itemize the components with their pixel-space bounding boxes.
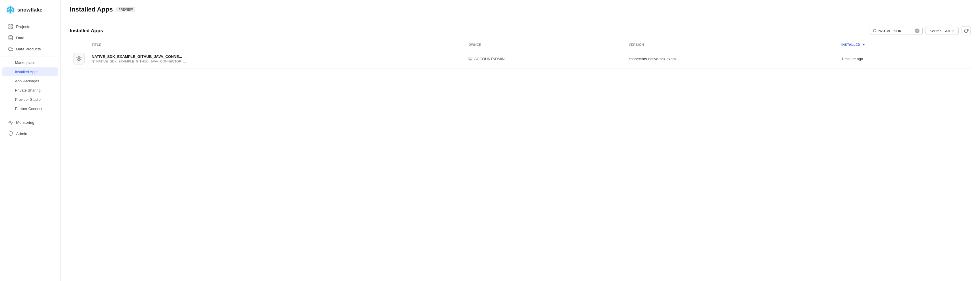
sidebar-item-label: Admin	[16, 132, 27, 136]
installed-time: 1 minute ago	[842, 57, 863, 61]
installed-apps-table: TITLE OWNER VERSION INSTALLED ▼	[70, 41, 971, 69]
sidebar-item-label: Projects	[16, 24, 30, 29]
sidebar: snowflake Projects Data Data Products Ma…	[0, 0, 60, 281]
svg-rect-33	[469, 57, 473, 60]
chevron-down-icon	[951, 29, 955, 33]
cloud-icon	[8, 46, 13, 52]
sidebar-item-marketplace[interactable]: Marketplace	[2, 58, 58, 67]
divider-2	[0, 115, 60, 115]
svg-rect-18	[11, 27, 13, 29]
sidebar-sub-label: Private Sharing	[15, 88, 41, 92]
app-title-sub-text: NATIVE_SDK_EXAMPLE_GITHUB_JAVA_CONNECTOR…	[96, 60, 186, 63]
owner-name: ACCOUNTADMIN	[474, 57, 504, 61]
section-controls: ✕ Source All	[870, 26, 971, 35]
col-installed-label: INSTALLED	[842, 43, 860, 46]
col-owner-label: OWNER	[468, 43, 481, 46]
sort-arrow-icon: ▼	[862, 43, 865, 46]
col-installed[interactable]: INSTALLED ▼	[838, 41, 953, 49]
sidebar-item-monitoring[interactable]: Monitoring	[2, 117, 58, 128]
svg-point-20	[9, 36, 13, 37]
app-actions-cell: ···	[953, 49, 971, 69]
sidebar-item-label: Data	[16, 36, 24, 40]
sidebar-item-app-packages[interactable]: App Packages	[2, 76, 58, 86]
section-title: Installed Apps	[70, 28, 103, 34]
page-title: Installed Apps	[70, 6, 113, 13]
data-icon	[8, 35, 13, 40]
app-icon-cell	[70, 49, 88, 69]
sidebar-item-label: Monitoring	[16, 120, 34, 125]
sidebar-item-label: Data Products	[16, 47, 41, 51]
projects-icon	[8, 24, 13, 29]
main-nav: Projects Data Data Products Marketplace …	[0, 19, 60, 141]
table-header: TITLE OWNER VERSION INSTALLED ▼	[70, 41, 971, 49]
search-icon	[873, 29, 877, 33]
col-version-label: VERSION	[628, 43, 644, 46]
sidebar-item-private-sharing[interactable]: Private Sharing	[2, 86, 58, 95]
monitoring-icon	[8, 120, 13, 125]
admin-icon	[8, 131, 13, 136]
page-body: Installed Apps ✕ Source All	[60, 18, 980, 281]
sidebar-item-provider-studio[interactable]: Provider Studio	[2, 95, 58, 104]
table-body: NATIVE_SDK_EXAMPLE_GITHUB_JAVA_CONNE... …	[70, 49, 971, 69]
source-value: All	[945, 29, 950, 33]
app-installed-cell: 1 minute ago	[838, 49, 953, 69]
col-title: TITLE	[88, 41, 465, 49]
sidebar-item-data-products[interactable]: Data Products	[2, 43, 58, 54]
sidebar-sub-label: App Packages	[15, 79, 39, 83]
col-title-label: TITLE	[92, 43, 101, 46]
brand-name: snowflake	[17, 7, 42, 13]
sidebar-item-projects[interactable]: Projects	[2, 21, 58, 32]
search-box[interactable]: ✕	[870, 27, 923, 35]
owner-icon	[468, 57, 473, 61]
sidebar-sub-label: Provider Studio	[15, 97, 41, 102]
refresh-icon	[964, 29, 969, 33]
search-input[interactable]	[878, 29, 913, 33]
app-title-sub: NATIVE_SDK_EXAMPLE_GITHUB_JAVA_CONNECTOR…	[92, 60, 461, 63]
source-button[interactable]: Source All	[926, 27, 959, 35]
page-header: Installed Apps PREVIEW	[60, 0, 980, 18]
sidebar-item-partner-connect[interactable]: Partner Connect	[2, 104, 58, 113]
svg-rect-16	[9, 24, 10, 26]
app-snowflake-icon	[76, 56, 82, 62]
col-actions	[953, 41, 971, 49]
sidebar-sub-label: Marketplace	[15, 60, 35, 65]
sidebar-sub-label: Installed Apps	[15, 70, 38, 74]
main-content: Installed Apps PREVIEW Installed Apps ✕ …	[60, 0, 980, 281]
table-row: NATIVE_SDK_EXAMPLE_GITHUB_JAVA_CONNE... …	[70, 49, 971, 69]
sidebar-item-admin[interactable]: Admin	[2, 128, 58, 139]
source-label: Source	[930, 29, 942, 33]
sidebar-item-data[interactable]: Data	[2, 32, 58, 43]
version-text: connectors-native-sdk-exam...	[628, 57, 679, 61]
section-header: Installed Apps ✕ Source All	[70, 26, 971, 35]
refresh-button[interactable]	[962, 26, 971, 35]
owner-cell: ACCOUNTADMIN	[468, 57, 622, 61]
more-options-button[interactable]: ···	[957, 55, 967, 63]
svg-rect-19	[9, 27, 10, 29]
col-owner: OWNER	[465, 41, 625, 49]
col-icon	[70, 41, 88, 49]
sidebar-sub-label: Partner Connect	[15, 106, 42, 111]
col-version: VERSION	[625, 41, 838, 49]
svg-line-22	[875, 32, 876, 33]
snowflake-logo-icon	[6, 5, 15, 14]
sidebar-item-installed-apps[interactable]: Installed Apps	[2, 67, 58, 76]
search-clear-button[interactable]: ✕	[915, 29, 920, 33]
app-title-main: NATIVE_SDK_EXAMPLE_GITHUB_JAVA_CONNE...	[92, 54, 461, 59]
svg-point-21	[873, 29, 876, 32]
app-owner-cell: ACCOUNTADMIN	[465, 49, 625, 69]
app-icon	[73, 53, 85, 65]
app-title-cell: NATIVE_SDK_EXAMPLE_GITHUB_JAVA_CONNE... …	[88, 49, 465, 69]
page-title-row: Installed Apps PREVIEW	[70, 6, 971, 18]
logo: snowflake	[0, 0, 60, 19]
svg-rect-17	[11, 24, 13, 26]
app-version-cell: connectors-native-sdk-exam...	[625, 49, 838, 69]
app-sub-icon	[92, 60, 95, 63]
preview-badge: PREVIEW	[116, 7, 135, 12]
